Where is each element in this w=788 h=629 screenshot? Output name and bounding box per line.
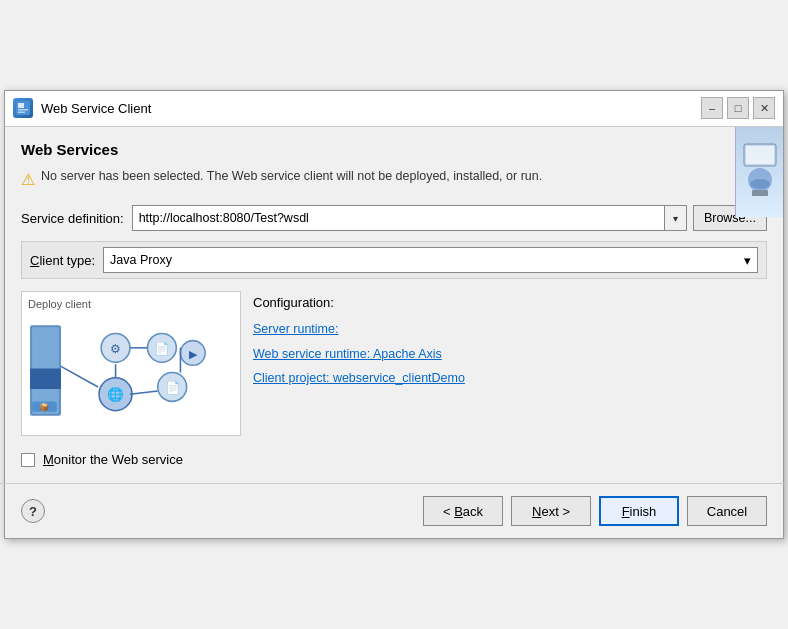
svg-line-22 (61, 367, 98, 388)
deploy-diagram: ⚙ 📄 🌐 📄 ▶ (28, 316, 234, 426)
service-definition-input[interactable] (133, 206, 664, 230)
finish-button[interactable]: Finish (599, 496, 679, 526)
title-bar: Web Service Client – □ ✕ (5, 91, 783, 127)
window-icon (13, 98, 33, 118)
minimize-button[interactable]: – (701, 97, 723, 119)
svg-text:📄: 📄 (165, 380, 181, 396)
client-type-value: Java Proxy (110, 253, 172, 267)
config-area: Deploy client ⚙ 📄 🌐 📄 (21, 291, 767, 436)
warning-text: No server has been selected. The Web ser… (41, 168, 542, 186)
cancel-button[interactable]: Cancel (687, 496, 767, 526)
maximize-button[interactable]: □ (727, 97, 749, 119)
server-runtime-link[interactable]: Server runtime: (253, 318, 767, 341)
svg-rect-3 (18, 112, 25, 114)
side-thumbnail (735, 127, 783, 217)
client-type-select[interactable]: Java Proxy ▾ (103, 247, 758, 273)
close-button[interactable]: ✕ (753, 97, 775, 119)
client-type-label: Client type: (30, 253, 95, 268)
svg-text:⚙: ⚙ (110, 342, 121, 356)
warning-icon: ⚠ (21, 169, 35, 191)
window-controls: – □ ✕ (701, 97, 775, 119)
page-heading: Web Services (21, 141, 767, 158)
client-type-arrow-icon: ▾ (744, 253, 751, 268)
deploy-preview-panel: Deploy client ⚙ 📄 🌐 📄 (21, 291, 241, 436)
client-type-row: Client type: Java Proxy ▾ (21, 241, 767, 279)
deploy-preview-title: Deploy client (28, 298, 234, 310)
service-definition-dropdown-arrow[interactable]: ▾ (664, 206, 686, 230)
footer-left: ? (21, 499, 45, 523)
svg-rect-2 (18, 109, 28, 111)
next-button[interactable]: Next > (511, 496, 591, 526)
help-button[interactable]: ? (21, 499, 45, 523)
svg-line-24 (130, 391, 158, 394)
service-definition-row: Service definition: ▾ Browse... (21, 205, 767, 231)
monitor-row: Monitor the Web service (21, 452, 767, 467)
monitor-checkbox[interactable] (21, 453, 35, 467)
client-project-link[interactable]: Client project: webservice_clientDemo (253, 367, 767, 390)
configuration-panel: Configuration: Server runtime: Web servi… (253, 291, 767, 436)
svg-text:🌐: 🌐 (107, 387, 124, 404)
footer: ? < Back Next > Finish Cancel (5, 484, 783, 538)
footer-right: < Back Next > Finish Cancel (423, 496, 767, 526)
configuration-title: Configuration: (253, 295, 767, 310)
service-definition-combo[interactable]: ▾ (132, 205, 687, 231)
svg-text:📄: 📄 (154, 341, 170, 357)
svg-text:▶: ▶ (189, 348, 198, 360)
svg-point-7 (750, 179, 770, 189)
svg-rect-1 (18, 103, 24, 108)
service-definition-label: Service definition: (21, 211, 124, 226)
warning-message: ⚠ No server has been selected. The Web s… (21, 168, 767, 191)
svg-rect-5 (746, 146, 774, 164)
monitor-label: Monitor the Web service (43, 452, 183, 467)
dialog-window: Web Service Client – □ ✕ Web Services ⚠ … (4, 90, 784, 539)
svg-rect-8 (752, 190, 768, 196)
service-definition-input-wrap: ▾ Browse... (132, 205, 767, 231)
window-title: Web Service Client (41, 101, 701, 116)
dialog-body: Web Services ⚠ No server has been select… (5, 127, 783, 467)
svg-text:📦: 📦 (39, 402, 50, 413)
web-service-runtime-link[interactable]: Web service runtime: Apache Axis (253, 343, 767, 366)
back-button[interactable]: < Back (423, 496, 503, 526)
svg-rect-11 (30, 369, 61, 390)
